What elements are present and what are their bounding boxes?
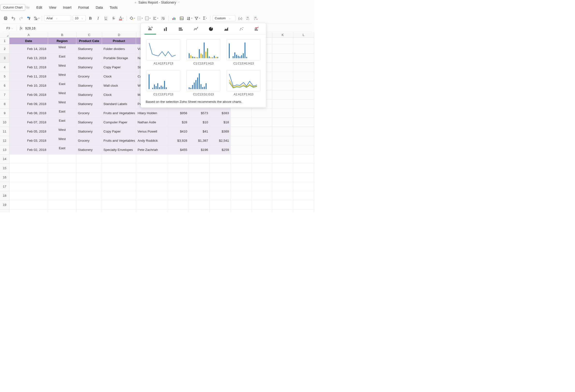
menu-data[interactable]: Data xyxy=(96,5,103,9)
cell[interactable]: $3,928 xyxy=(168,136,189,145)
cell[interactable] xyxy=(102,210,136,212)
cell[interactable] xyxy=(189,182,210,191)
cell[interactable] xyxy=(293,63,314,72)
row-header[interactable]: 9 xyxy=(0,109,9,118)
redo-icon[interactable] xyxy=(18,15,24,22)
cell[interactable] xyxy=(168,173,189,182)
cell[interactable]: Stationery xyxy=(76,54,102,63)
cell[interactable] xyxy=(189,154,210,164)
cell[interactable] xyxy=(210,154,231,164)
cell[interactable] xyxy=(9,200,48,210)
cell[interactable] xyxy=(293,200,314,210)
cell[interactable]: West xyxy=(48,63,77,72)
cell[interactable]: Feb 14, 2018 xyxy=(9,44,48,54)
document-title[interactable]: Sales Report - Stationery xyxy=(139,0,176,4)
cell[interactable] xyxy=(252,145,272,154)
cell[interactable]: Stationery xyxy=(76,63,102,72)
cell[interactable] xyxy=(102,191,136,200)
cell[interactable]: Stationery xyxy=(76,127,102,136)
cell[interactable]: Pete Zachriah xyxy=(136,145,168,154)
row-header[interactable]: 2 xyxy=(0,44,9,54)
cell[interactable] xyxy=(272,200,293,210)
cell[interactable] xyxy=(102,182,136,191)
cell[interactable]: Feb 09, 2018 xyxy=(9,99,48,109)
cell[interactable] xyxy=(102,154,136,164)
cell-reference[interactable]: F3⌵ xyxy=(2,25,17,31)
cell[interactable]: Feb 09, 2018 xyxy=(9,90,48,99)
borders-icon[interactable]: ▾ xyxy=(137,15,143,22)
cell[interactable] xyxy=(231,182,252,191)
cell[interactable] xyxy=(9,191,48,200)
cell[interactable]: Copy Paper xyxy=(102,63,136,72)
cell[interactable]: Grocery xyxy=(76,136,102,145)
header-cell[interactable]: Product Cate xyxy=(76,38,102,44)
cell[interactable]: Stationery xyxy=(76,44,102,54)
cell[interactable] xyxy=(252,154,272,164)
cell[interactable]: Stationery xyxy=(76,118,102,127)
cell[interactable] xyxy=(272,136,293,145)
row-header[interactable]: 5 xyxy=(0,72,9,81)
row-header[interactable]: 10 xyxy=(0,118,9,127)
cell[interactable] xyxy=(293,154,314,164)
cell[interactable] xyxy=(76,154,102,164)
cell[interactable] xyxy=(293,118,314,127)
chart-thumb-3[interactable]: C1:C13;H1:H13 xyxy=(226,39,261,65)
star-icon[interactable]: ★ xyxy=(134,1,137,4)
col-header-c[interactable]: C xyxy=(77,32,102,38)
cell[interactable]: West xyxy=(48,44,77,54)
cell[interactable] xyxy=(293,81,314,90)
cell[interactable]: Copy Paper xyxy=(102,127,136,136)
cell[interactable]: $196 xyxy=(189,145,210,154)
cell[interactable]: Andy Roddick xyxy=(136,136,168,145)
cell[interactable] xyxy=(48,173,77,182)
cell[interactable]: $2,541 xyxy=(210,136,231,145)
tab-pie-icon[interactable] xyxy=(205,23,217,35)
text-color-button[interactable]: A▾ xyxy=(118,15,124,22)
align-icon[interactable]: ▾ xyxy=(152,15,159,22)
cell[interactable] xyxy=(168,210,189,212)
row-header[interactable]: 14 xyxy=(0,154,9,164)
sort-icon[interactable]: AZ▾ xyxy=(186,15,192,22)
cell[interactable]: West xyxy=(48,127,77,136)
cell[interactable]: Fruits and Vegetables xyxy=(102,136,136,145)
row-header[interactable]: 18 xyxy=(0,191,9,200)
cell[interactable] xyxy=(293,44,314,54)
cell[interactable] xyxy=(272,173,293,182)
cell[interactable] xyxy=(189,200,210,210)
row-header[interactable]: 11 xyxy=(0,127,9,136)
cell[interactable]: Venus Powell xyxy=(136,127,168,136)
cell[interactable] xyxy=(136,164,168,173)
cell[interactable] xyxy=(293,99,314,109)
cell[interactable] xyxy=(272,191,293,200)
select-all-corner[interactable] xyxy=(0,32,9,38)
cell[interactable] xyxy=(293,54,314,63)
cell[interactable]: Feb 11, 2018 xyxy=(9,72,48,81)
menu-edit[interactable]: Edit xyxy=(36,5,42,9)
cell[interactable] xyxy=(272,154,293,164)
cell[interactable] xyxy=(48,182,77,191)
cell[interactable] xyxy=(231,127,252,136)
menu-view[interactable]: View xyxy=(49,5,56,9)
cell[interactable] xyxy=(168,164,189,173)
cell[interactable]: East xyxy=(48,81,77,90)
header-cell[interactable]: Product xyxy=(102,38,136,44)
cell[interactable]: Feb 12, 2018 xyxy=(9,63,48,72)
cell[interactable] xyxy=(293,173,314,182)
menu-tools[interactable]: Tools xyxy=(110,5,118,9)
tab-area-icon[interactable] xyxy=(220,23,232,35)
increase-decimal-icon[interactable]: .00.0 xyxy=(245,15,251,22)
fill-color-icon[interactable]: ▾ xyxy=(129,15,135,22)
chart-thumb-5[interactable]: C1:C13;G1:G13 xyxy=(186,70,221,96)
row-header[interactable]: 20 xyxy=(0,210,9,212)
row-header[interactable]: 19 xyxy=(0,200,9,210)
tab-line-icon[interactable] xyxy=(190,23,202,35)
cell[interactable]: Stationery xyxy=(76,90,102,99)
cell[interactable] xyxy=(48,210,77,212)
cell[interactable]: East xyxy=(48,145,77,154)
cell[interactable] xyxy=(272,90,293,99)
cell[interactable] xyxy=(210,164,231,173)
cell[interactable] xyxy=(9,164,48,173)
cell[interactable]: $369 xyxy=(210,127,231,136)
cell[interactable] xyxy=(252,210,272,212)
row-header[interactable]: 8 xyxy=(0,99,9,109)
